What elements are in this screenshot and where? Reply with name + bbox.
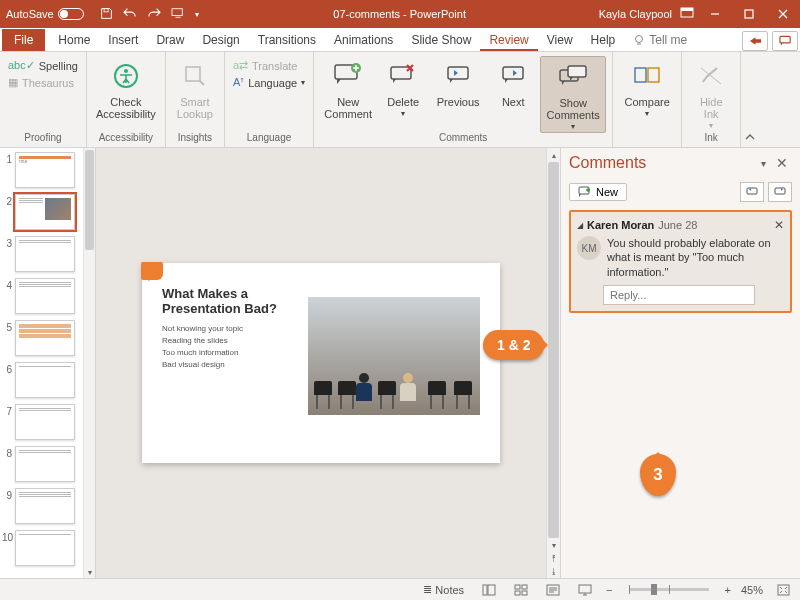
autosave-toggle[interactable]: AutoSave	[0, 8, 90, 20]
svg-rect-25	[522, 585, 527, 589]
stage-scrollbar[interactable]: ▴ ▾ ⭱ ⭳	[546, 148, 560, 578]
tab-transitions[interactable]: Transitions	[249, 29, 325, 51]
zoom-out-button[interactable]: −	[606, 584, 612, 596]
tab-home[interactable]: Home	[49, 29, 99, 51]
show-comments-icon	[557, 61, 589, 93]
minimize-button[interactable]	[698, 0, 732, 28]
thesaurus-label: Thesaurus	[22, 77, 74, 89]
group-accessibility: Check Accessibility Accessibility	[87, 52, 166, 147]
next-comment-button[interactable]: Next	[490, 56, 536, 108]
collapse-icon[interactable]: ◢	[577, 221, 583, 230]
close-button[interactable]	[766, 0, 800, 28]
thumb-num: 9	[2, 488, 12, 501]
zoom-slider[interactable]	[629, 588, 709, 591]
thumb-num: 8	[2, 446, 12, 459]
scroll-down-icon[interactable]: ▾	[547, 538, 560, 552]
scroll-handle[interactable]	[85, 150, 94, 250]
next-slide-icon[interactable]: ⭳	[547, 564, 560, 578]
svg-point-8	[124, 69, 128, 73]
reply-input[interactable]	[603, 285, 755, 305]
notes-icon: ≣	[423, 583, 432, 596]
comments-shortcut-button[interactable]	[772, 31, 798, 51]
delete-comment-icon[interactable]: ✕	[774, 218, 784, 232]
maximize-button[interactable]	[732, 0, 766, 28]
thumbnail-9[interactable]: 9	[2, 488, 81, 524]
normal-view-button[interactable]	[478, 584, 500, 596]
thumbnail-2[interactable]: 2	[2, 194, 81, 230]
tab-help[interactable]: Help	[582, 29, 625, 51]
thumbnail-5[interactable]: 5	[2, 320, 81, 356]
zoom-in-button[interactable]: +	[725, 584, 731, 596]
new-label: New	[596, 186, 618, 198]
thumbnail-3[interactable]: 3	[2, 236, 81, 272]
thumbnail-10[interactable]: 10	[2, 530, 81, 566]
prev-comment-pane-button[interactable]	[740, 182, 764, 202]
zoom-thumb[interactable]	[651, 584, 657, 595]
save-icon[interactable]	[100, 7, 113, 22]
hide-ink-label: Hide Ink	[700, 96, 723, 120]
spelling-button[interactable]: abc✓Spelling	[6, 58, 80, 73]
tab-insert[interactable]: Insert	[99, 29, 147, 51]
slide-title[interactable]: What Makes a Presentation Bad?	[162, 287, 282, 317]
previous-comment-button[interactable]: Previous	[430, 56, 486, 108]
reading-view-button[interactable]	[542, 584, 564, 596]
tell-me[interactable]: Tell me	[624, 29, 696, 51]
tab-design[interactable]: Design	[193, 29, 248, 51]
svg-rect-26	[515, 591, 520, 595]
user-name[interactable]: Kayla Claypool	[591, 8, 680, 20]
thesaurus-button[interactable]: ▦Thesaurus	[6, 75, 80, 90]
comment-marker-icon[interactable]	[141, 262, 163, 280]
undo-icon[interactable]	[123, 7, 137, 21]
qat-dropdown-icon[interactable]: ▾	[195, 10, 199, 19]
sorter-view-button[interactable]	[510, 584, 532, 596]
notes-button[interactable]: ≣Notes	[419, 583, 468, 596]
next-comment-pane-button[interactable]	[768, 182, 792, 202]
smart-lookup-button[interactable]: Smart Lookup	[172, 56, 218, 120]
language-label: Language	[248, 77, 297, 89]
scroll-up-icon[interactable]: ▴	[547, 148, 560, 162]
thumbnail-4[interactable]: 4	[2, 278, 81, 314]
tab-animations[interactable]: Animations	[325, 29, 402, 51]
comments-pane: Comments ▾ ✕ New ◢ Karen Moran June 28 ✕…	[560, 148, 800, 578]
delete-comment-button[interactable]: Delete▾	[380, 56, 426, 119]
share-button[interactable]	[742, 31, 768, 51]
callout-1-2: 1 & 2	[483, 330, 544, 360]
zoom-level[interactable]: 45%	[741, 584, 763, 596]
fit-to-window-button[interactable]	[773, 584, 794, 596]
thumbnail-6[interactable]: 6	[2, 362, 81, 398]
new-comment-button[interactable]: New Comment	[320, 56, 376, 120]
thumbnail-8[interactable]: 8	[2, 446, 81, 482]
redo-icon[interactable]	[147, 7, 161, 21]
ribbon-display-icon[interactable]	[680, 7, 694, 21]
show-comments-button[interactable]: Show Comments▾	[540, 56, 606, 133]
language-button[interactable]: AꜛLanguage▾	[231, 75, 307, 90]
hide-ink-button[interactable]: Hide Ink▾	[688, 56, 734, 131]
tab-slideshow[interactable]: Slide Show	[402, 29, 480, 51]
translate-button[interactable]: a⇄Translate	[231, 58, 307, 73]
prev-slide-icon[interactable]: ⭱	[547, 551, 560, 565]
close-pane-button[interactable]: ✕	[772, 155, 792, 171]
thumbnail-7[interactable]: 7	[2, 404, 81, 440]
thumbnail-scrollbar[interactable]: ▴ ▾	[83, 148, 95, 578]
comment-thread[interactable]: ◢ Karen Moran June 28 ✕ KM You should pr…	[569, 210, 792, 313]
check-accessibility-button[interactable]: Check Accessibility	[93, 56, 159, 120]
accessibility-icon	[110, 60, 142, 92]
group-comments: New Comment Delete▾ Previous Next Show C…	[314, 52, 613, 147]
pane-options-icon[interactable]: ▾	[761, 158, 766, 169]
collapse-ribbon-button[interactable]	[741, 52, 759, 147]
tab-file[interactable]: File	[2, 29, 45, 51]
slide-image[interactable]	[308, 297, 480, 415]
tab-view[interactable]: View	[538, 29, 582, 51]
tab-review[interactable]: Review	[480, 29, 537, 51]
new-comment-pane-button[interactable]: New	[569, 183, 627, 201]
tab-draw[interactable]: Draw	[147, 29, 193, 51]
start-from-beginning-icon[interactable]	[171, 7, 185, 21]
svg-rect-30	[778, 585, 789, 595]
compare-button[interactable]: Compare▾	[619, 56, 675, 119]
slide-canvas[interactable]: What Makes a Presentation Bad? Not knowi…	[142, 263, 500, 463]
thumbnail-list[interactable]: 1TITLE 2 3 4 5 6 7 8 9 10	[0, 148, 83, 578]
scroll-down-icon[interactable]: ▾	[84, 566, 95, 578]
thumbnail-1[interactable]: 1TITLE	[2, 152, 81, 188]
thumb-num: 10	[2, 530, 12, 543]
slideshow-view-button[interactable]	[574, 584, 596, 596]
